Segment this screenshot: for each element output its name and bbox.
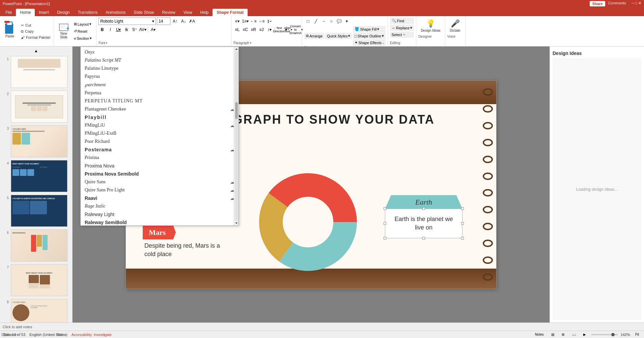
reading-view-button[interactable]: 📖: [569, 332, 578, 337]
share-btn[interactable]: Share: [590, 1, 606, 6]
font-item-onyx[interactable]: Onyx: [81, 48, 239, 56]
tab-slideshow[interactable]: Slide Show: [130, 9, 158, 16]
rect-shape[interactable]: □: [304, 18, 312, 25]
format-painter-button[interactable]: 🖌 Format Painter: [20, 35, 52, 40]
font-item-plantagenet[interactable]: Plantagenet Cherokee ☁: [81, 105, 239, 113]
accessibility-indicator[interactable]: Accessibility: Investigate: [72, 333, 112, 337]
bold-button[interactable]: B: [99, 26, 106, 33]
zoom-thumb[interactable]: [611, 333, 615, 336]
shape-outline-button[interactable]: □ Shape Outline ▾: [353, 33, 385, 39]
rotation-handle[interactable]: [424, 189, 424, 194]
slide-thumb-1[interactable]: 1: [1, 55, 71, 89]
columns-button[interactable]: ⫿▾: [266, 18, 273, 25]
section-button[interactable]: ≡ Section ▾: [72, 35, 93, 41]
line-spacing-button[interactable]: ↕▾: [266, 26, 273, 33]
new-slide-button[interactable]: + NewSlide: [57, 22, 71, 41]
font-scroll-up[interactable]: [235, 48, 238, 50]
font-item-perpetua-titling[interactable]: PERPETUA TITLING MT: [81, 97, 239, 105]
handle-bc[interactable]: [422, 237, 425, 240]
align-right-button[interactable]: ≡R: [250, 26, 257, 33]
shape-fill-button[interactable]: 🪣 Shape Fill ▾: [353, 26, 385, 32]
scroll-thumb[interactable]: [235, 102, 238, 119]
fit-button[interactable]: Fit: [633, 332, 641, 337]
handle-tc[interactable]: [422, 207, 425, 210]
font-color-button[interactable]: A▾: [149, 26, 157, 33]
tab-review[interactable]: Review: [158, 9, 179, 16]
layout-button[interactable]: ⊞ Layout ▾: [72, 21, 93, 27]
tab-transitions[interactable]: Transitions: [74, 9, 102, 16]
font-item-posterama[interactable]: Posterama ☁: [81, 146, 239, 154]
shadow-button[interactable]: S⁺: [131, 26, 138, 33]
slide-thumb-7[interactable]: 7 WHAT ABOUT YOUR COLUMNS?: [1, 264, 71, 297]
slideshow-view-button[interactable]: ▶: [581, 332, 588, 337]
increase-indent-button[interactable]: →≡: [258, 18, 265, 25]
font-item-proxima-semi[interactable]: Proxima Nova Semibold: [81, 170, 239, 178]
handle-bl[interactable]: [384, 237, 386, 240]
handle-lc[interactable]: [384, 222, 386, 225]
tab-home[interactable]: Home: [16, 9, 35, 16]
more-shapes[interactable]: ▾: [343, 18, 351, 25]
paste-button[interactable]: Paste: [1, 18, 18, 40]
tab-shape-format[interactable]: Shape Format: [213, 9, 248, 16]
font-item-papyrus[interactable]: Papyrus: [81, 72, 239, 81]
font-item-pristina[interactable]: Pristina: [81, 154, 239, 162]
numbering-button[interactable]: 1≡▾: [242, 18, 249, 25]
find-button[interactable]: 🔍 Find: [390, 18, 414, 24]
align-left-button[interactable]: ≡L: [233, 26, 241, 33]
slide-thumb-3[interactable]: 3 A PLANET AWAY: [1, 125, 71, 158]
clear-format-button[interactable]: ✗A: [188, 18, 196, 25]
tab-animations[interactable]: Animations: [102, 9, 130, 16]
slide-thumb-5[interactable]: 5 A PLANET IS ALWAYS FASCINATING AND COM…: [1, 194, 71, 227]
justify-button[interactable]: ≡J: [258, 26, 265, 33]
font-item-raavi[interactable]: Raavi ☁: [81, 194, 239, 202]
slide-thumb-8[interactable]: 8 A PLANET AWAY Lorem ipsum dolor sit am…: [1, 298, 71, 322]
zoom-slider[interactable]: [591, 334, 618, 335]
tab-insert[interactable]: Insert: [35, 9, 53, 16]
tab-file[interactable]: File: [1, 9, 16, 16]
font-item-rage[interactable]: Rage Italic: [81, 202, 239, 210]
decrease-indent-button[interactable]: ←≡: [250, 18, 257, 25]
callout-shape[interactable]: 💬: [335, 18, 343, 25]
comments-btn[interactable]: Comments: [608, 1, 626, 6]
font-item-quire-sans[interactable]: Quire Sans ☁: [81, 178, 239, 186]
underline-button[interactable]: U▾: [115, 26, 122, 33]
scroll-up-button[interactable]: ▲: [1, 48, 71, 54]
copy-button[interactable]: ⧉ Copy: [20, 29, 52, 34]
tab-design[interactable]: Design: [53, 9, 74, 16]
notes-placeholder[interactable]: Click to add notes: [3, 325, 32, 329]
shape-effects-button[interactable]: ✦ Shape Effects -: [353, 39, 385, 46]
font-item-raleway-semi[interactable]: Raleway SemiBold: [81, 218, 239, 225]
strikethrough-button[interactable]: S: [123, 26, 130, 33]
reset-button[interactable]: ↺ Reset: [72, 28, 93, 34]
font-item-poor-richard[interactable]: Poor Richard: [81, 137, 239, 146]
handle-tl[interactable]: [384, 207, 386, 210]
bullets-button[interactable]: ≡▾: [233, 18, 241, 25]
handle-tr[interactable]: [461, 207, 464, 210]
convert-smartart-button[interactable]: Convert to SmartArt▾: [292, 26, 300, 33]
align-center-button[interactable]: ≡C: [242, 26, 249, 33]
arrange-button[interactable]: ⧉ Arrange: [304, 33, 324, 39]
rotation-handle-circle[interactable]: [422, 188, 425, 191]
font-item-perpetua[interactable]: Perpetua: [81, 89, 239, 97]
handle-br[interactable]: [461, 237, 464, 240]
slide-sorter-button[interactable]: ⊞: [559, 332, 567, 337]
italic-button[interactable]: I: [107, 26, 114, 33]
slide-thumb-2[interactable]: 2: [1, 90, 71, 123]
dictate-button[interactable]: 🎤 Dictate: [447, 18, 463, 34]
font-item-proxima-nova[interactable]: Proxima Nova: [81, 162, 239, 170]
quick-styles-button[interactable]: Quick Styles ▾: [325, 33, 352, 39]
font-item-quire-pro-light[interactable]: Quire Sans Pro Light ☁: [81, 186, 239, 194]
font-item-palatino-script[interactable]: Palatino Script MT: [81, 56, 239, 64]
font-item-pmingliu-extb[interactable]: PMingLiU-ExtB: [81, 129, 239, 137]
font-size-input[interactable]: 14: [157, 18, 170, 25]
handle-rc[interactable]: [461, 222, 464, 225]
char-spacing-button[interactable]: AV▾: [139, 26, 146, 33]
design-ideas-button[interactable]: 💡 Design Ideas: [418, 18, 443, 34]
text-direction-button[interactable]: Text Direction▾: [276, 26, 284, 33]
font-item-raleway-light[interactable]: Raleway Light: [81, 210, 239, 218]
font-item-playbill[interactable]: Playbill: [81, 113, 239, 121]
replace-button[interactable]: ↔ Replace ▾: [390, 25, 414, 31]
tab-view[interactable]: View: [179, 9, 196, 16]
font-item-pmingliu[interactable]: PMingLiU ☁: [81, 121, 239, 129]
slide-thumb-6[interactable]: 6 INFOGRAPHICS: [1, 229, 71, 262]
